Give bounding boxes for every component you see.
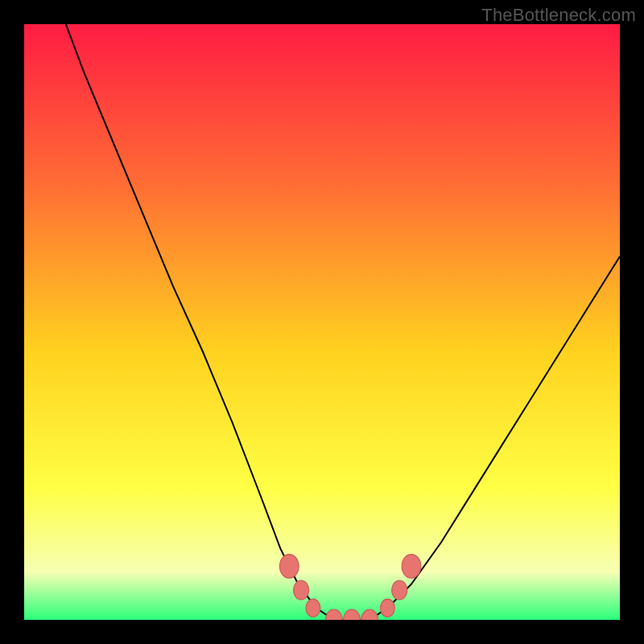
gradient-background [24,24,620,620]
curve-marker [306,599,320,617]
plot-area [24,24,620,620]
curve-marker [293,580,308,600]
curve-marker [279,555,299,579]
chart-frame: TheBottleneck.com [0,0,644,644]
watermark-text: TheBottleneck.com [481,5,636,26]
curve-marker [381,599,395,617]
curve-marker [402,555,421,579]
bottleneck-chart [24,24,620,620]
curve-marker [392,580,407,600]
